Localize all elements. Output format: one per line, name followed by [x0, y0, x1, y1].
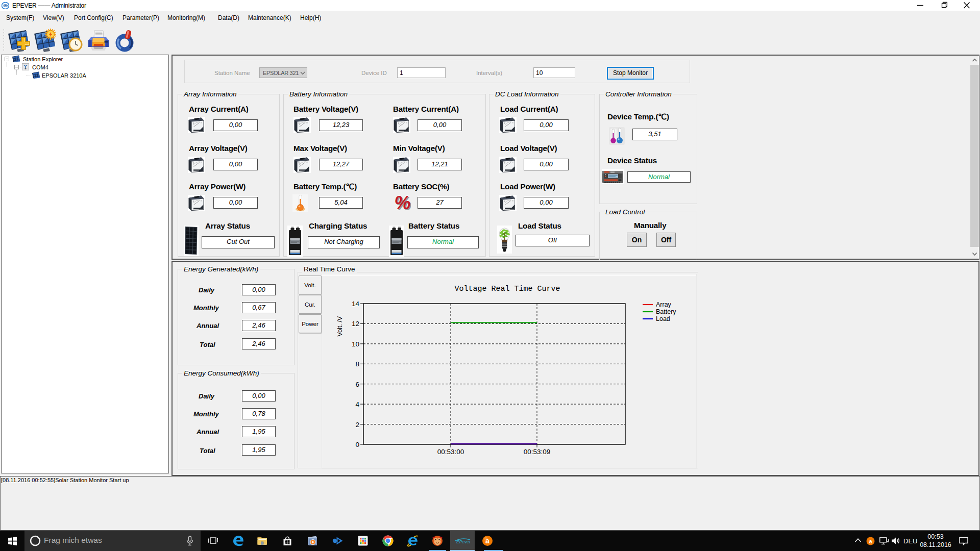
svg-text:0: 0 — [355, 441, 359, 448]
svg-text:Load: Load — [656, 315, 670, 322]
svg-text:14: 14 — [352, 300, 360, 308]
svg-text:6: 6 — [355, 381, 359, 388]
svg-text:00:53:09: 00:53:09 — [524, 448, 551, 456]
svg-text:12: 12 — [352, 320, 359, 328]
svg-text:Battery: Battery — [656, 308, 676, 315]
svg-text:10: 10 — [352, 340, 359, 348]
svg-text:Voltage Real Time Curve: Voltage Real Time Curve — [454, 285, 560, 293]
svg-text:2: 2 — [355, 421, 359, 429]
svg-text:4: 4 — [355, 400, 359, 408]
svg-text:Array: Array — [656, 301, 672, 308]
svg-text:Volt. /V: Volt. /V — [336, 316, 344, 336]
svg-text:EPever: EPever — [456, 539, 471, 544]
svg-text:a: a — [869, 538, 872, 544]
svg-text:BUS: BUS — [3, 5, 8, 7]
svg-text:00:53:00: 00:53:00 — [437, 448, 464, 456]
svg-text:8: 8 — [355, 360, 359, 368]
